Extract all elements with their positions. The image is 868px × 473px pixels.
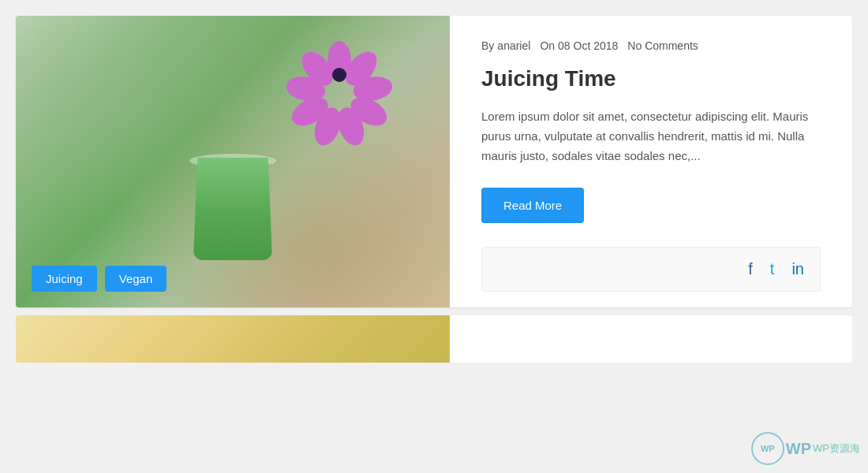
facebook-icon[interactable]: f (748, 260, 753, 278)
tag-juicing[interactable]: Juicing (32, 266, 97, 292)
wp-circle-text: WP (761, 444, 775, 453)
linkedin-icon[interactable]: in (791, 260, 804, 278)
post-excerpt: Lorem ipsum dolor sit amet, consectetur … (481, 107, 821, 166)
page-wrapper: Juicing Vegan By anariel On 08 Oct 2018 … (0, 0, 868, 473)
flower-center (332, 68, 346, 82)
post-card: Juicing Vegan By anariel On 08 Oct 2018 … (16, 16, 852, 307)
social-share-bar: f t in (481, 247, 821, 292)
post-featured-image: Juicing Vegan (16, 16, 450, 307)
wp-sub-text: WP资源海 (813, 441, 860, 456)
post-author: anariel (497, 39, 530, 52)
glass-body (193, 158, 272, 260)
read-more-button[interactable]: Read More (481, 188, 584, 223)
by-label: By (481, 39, 494, 52)
juice-glass (185, 134, 280, 260)
post-title: Juicing Time (481, 66, 821, 91)
wp-circle-icon: WP (751, 432, 784, 465)
tag-vegan[interactable]: Vegan (105, 266, 167, 292)
next-post-image (16, 315, 450, 363)
on-label: On (540, 39, 555, 52)
post-comments: No Comments (627, 39, 698, 52)
wp-brand-text: WP (786, 440, 811, 458)
tags-overlay: Juicing Vegan (32, 266, 166, 292)
next-post-card (16, 315, 852, 363)
post-meta: By anariel On 08 Oct 2018 No Comments (481, 39, 821, 52)
flower-decoration (308, 43, 371, 106)
post-image-column: Juicing Vegan (16, 16, 450, 307)
post-date: 08 Oct 2018 (558, 39, 618, 52)
post-content-column: By anariel On 08 Oct 2018 No Comments Ju… (450, 16, 852, 307)
watermark: WP WP WP资源海 (751, 432, 860, 465)
twitter-icon[interactable]: t (770, 260, 775, 278)
